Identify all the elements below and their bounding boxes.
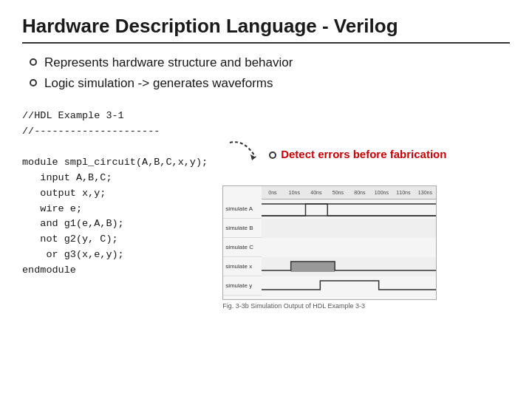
arrow-detect-row: Detect errors before fabrication [222, 135, 446, 172]
detect-errors-label: Detect errors before fabrication [281, 148, 446, 160]
svg-rect-6 [291, 262, 335, 272]
svg-rect-4 [262, 257, 436, 276]
code-line-4: and g1(e,A,B); [22, 218, 124, 229]
code-line-5: not g2(y, C); [22, 233, 118, 245]
tick-3: 50ns [327, 190, 349, 195]
detect-bullet-row: Detect errors before fabrication [269, 148, 446, 160]
bullet-circle-2 [30, 79, 37, 86]
tick-0: 0ns [262, 190, 284, 195]
waveform-svg [262, 200, 436, 296]
wf-label-1: simulate B [223, 219, 262, 238]
dashed-arrow-icon [222, 135, 263, 172]
bullet-item-2: Logic simulation -> generates waveforms [30, 76, 510, 91]
tick-5: 100ns [371, 190, 393, 195]
code-line-2: output x,y; [22, 188, 106, 199]
waveform-data-area [262, 200, 436, 299]
code-line-3: wire e; [22, 203, 82, 214]
bullet-item-1: Represents hardware structure and behavi… [30, 55, 510, 70]
waveform-labels: simulate A simulate B simulate C simulat… [223, 200, 262, 296]
tick-6: 110ns [392, 190, 415, 195]
bullet-circle-1 [30, 58, 37, 66]
code-comment1: //HDL Example 3-1 [22, 110, 124, 121]
wf-label-4: simulate y [223, 276, 262, 296]
code-block: //HDL Example 3-1 //--------------------… [22, 106, 208, 310]
svg-marker-0 [250, 154, 256, 160]
bullet-list: Represents hardware structure and behavi… [22, 55, 510, 91]
waveform-timeline: 0ns 10ns 40ns 50ns 80ns 100ns 110ns 130n… [262, 186, 436, 200]
tick-2: 40ns [305, 190, 327, 195]
wf-label-3: simulate x [223, 257, 262, 276]
waveform-caption: Fig. 3-3b Simulation Output of HDL Examp… [222, 302, 365, 310]
waveform-diagram: 0ns 10ns 40ns 50ns 80ns 100ns 110ns 130n… [222, 185, 437, 300]
code-line-6: or g3(x,e,y); [22, 249, 124, 260]
bullet-text-2: Logic simulation -> generates waveforms [44, 76, 273, 91]
bullet-text-1: Represents hardware structure and behavi… [44, 55, 293, 70]
right-panel: Detect errors before fabrication 0ns 10n… [222, 106, 510, 310]
code-line-7: endmodule [22, 265, 76, 276]
code-line-0: module smpl_circuit(A,B,C,x,y); [22, 157, 208, 168]
title-bar: Hardware Description Language - Verilog [22, 15, 510, 44]
svg-rect-5 [262, 276, 436, 296]
svg-rect-3 [262, 238, 436, 257]
content-area: //HDL Example 3-1 //--------------------… [22, 106, 510, 310]
wf-label-0: simulate A [223, 200, 262, 219]
tick-4: 80ns [349, 190, 371, 195]
code-line-1: input A,B,C; [22, 172, 112, 183]
slide: Hardware Description Language - Verilog … [0, 0, 532, 399]
tick-1: 10ns [284, 190, 306, 195]
bullet-circle-detect [269, 151, 276, 159]
waveform-inner: 0ns 10ns 40ns 50ns 80ns 100ns 110ns 130n… [223, 186, 436, 299]
wf-label-2: simulate C [223, 238, 262, 257]
code-comment2: //--------------------- [22, 126, 160, 137]
slide-title: Hardware Description Language - Verilog [22, 15, 398, 37]
tick-7: 130ns [415, 190, 437, 195]
svg-rect-2 [262, 219, 436, 238]
